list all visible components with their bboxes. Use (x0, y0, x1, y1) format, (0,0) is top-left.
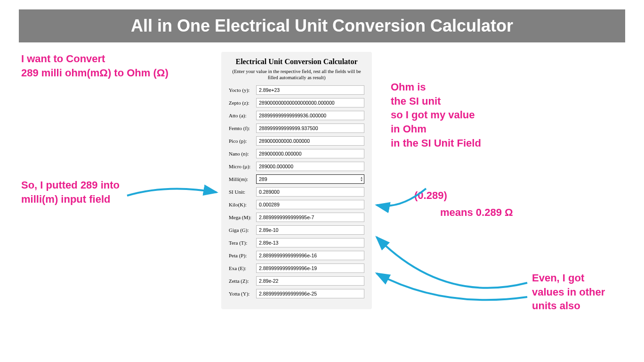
field-peta: Peta (P): (229, 251, 364, 260)
annotation-line: values in other (532, 286, 605, 298)
tera-input[interactable] (256, 238, 364, 247)
field-label: SI Unit: (229, 189, 256, 195)
milli-input[interactable] (256, 174, 364, 184)
field-yotta: Yotta (Y): (229, 289, 364, 298)
field-label: Zetta (Z): (229, 278, 256, 284)
annotation-line: units also (532, 300, 580, 312)
mega-input[interactable] (256, 213, 364, 222)
field-si-unit: SI Unit: (229, 187, 364, 197)
calculator-subtitle: (Enter your value in the respective fiel… (229, 69, 364, 81)
exa-input[interactable] (256, 263, 364, 273)
annotation-line: Even, I got (532, 272, 584, 284)
yocto-input[interactable] (256, 85, 364, 95)
arrow-from-si-unit (372, 160, 433, 212)
annotation-line: So, I putted 289 into (21, 179, 120, 191)
field-pico: Pico (p): (229, 136, 364, 146)
yotta-input[interactable] (256, 289, 364, 298)
si-unit-input[interactable] (256, 187, 364, 197)
calculator-panel: Electrical Unit Conversion Calculator (E… (221, 52, 372, 309)
femto-input[interactable] (256, 123, 364, 133)
field-atto: Atto (a): (229, 111, 364, 120)
field-exa: Exa (E): (229, 263, 364, 273)
annotation-other-units: Even, I got values in other units also (532, 271, 605, 313)
annotation-si-explanation: Ohm is the SI unit so I got my value in … (391, 80, 481, 150)
field-label: Exa (E): (229, 265, 256, 271)
pico-input[interactable] (256, 136, 364, 146)
annotation-input-action: So, I putted 289 into milli(m) input fie… (21, 178, 120, 206)
zepto-input[interactable] (256, 98, 364, 107)
field-label: Milli(m): (229, 176, 256, 182)
annotation-line: means 0.289 Ω (440, 206, 513, 218)
field-label: Kilo(K): (229, 202, 256, 207)
kilo-input[interactable] (256, 200, 364, 209)
field-milli: Milli(m): ▴▾ (229, 174, 364, 184)
field-label: Nano (n): (229, 151, 256, 156)
annotation-line: in the SI Unit Field (391, 137, 481, 149)
field-nano: Nano (n): (229, 149, 364, 158)
field-label: Femto (f): (229, 125, 256, 131)
field-label: Giga (G): (229, 227, 256, 233)
field-femto: Femto (f): (229, 123, 364, 133)
field-label: Yocto (y): (229, 87, 256, 93)
page-title-bar: All in One Electrical Unit Conversion Ca… (19, 9, 625, 42)
calculator-title: Electrical Unit Conversion Calculator (229, 58, 364, 66)
field-label: Pico (p): (229, 138, 256, 144)
micro-input[interactable] (256, 162, 364, 171)
field-label: Zepto (z): (229, 100, 256, 106)
giga-input[interactable] (256, 225, 364, 235)
field-zetta: Zetta (Z): (229, 276, 364, 286)
annotation-line: Ohm is (391, 81, 426, 93)
arrow-to-milli-input (125, 179, 224, 207)
field-giga: Giga (G): (229, 225, 364, 235)
annotation-line: milli(m) input field (21, 193, 110, 205)
field-label: Peta (P): (229, 253, 256, 258)
page-title: All in One Electrical Unit Conversion Ca… (131, 16, 513, 35)
annotation-line: 289 milli ohm(mΩ) to Ohm (Ω) (21, 67, 169, 79)
annotation-line: the SI unit (391, 95, 441, 107)
annotation-line: I want to Convert (21, 53, 105, 65)
field-label: Micro (µ): (229, 164, 256, 169)
annotation-line: so I got my value (391, 109, 475, 121)
atto-input[interactable] (256, 111, 364, 120)
field-label: Atto (a): (229, 113, 256, 118)
zetta-input[interactable] (256, 276, 364, 286)
arrow-to-peta (372, 262, 532, 318)
peta-input[interactable] (256, 251, 364, 260)
field-label: Yotta (Y): (229, 291, 256, 296)
annotation-line: in Ohm (391, 123, 427, 135)
annotation-result-means: means 0.289 Ω (440, 206, 513, 220)
field-label: Tera (T): (229, 240, 256, 246)
field-label: Mega (M): (229, 214, 256, 220)
field-kilo: Kilo(K): (229, 200, 364, 209)
field-tera: Tera (T): (229, 238, 364, 247)
field-yocto: Yocto (y): (229, 85, 364, 95)
nano-input[interactable] (256, 149, 364, 158)
field-mega: Mega (M): (229, 213, 364, 222)
field-zepto: Zepto (z): (229, 98, 364, 107)
annotation-convert-intent: I want to Convert 289 milli ohm(mΩ) to O… (21, 52, 169, 80)
field-micro: Micro (µ): (229, 162, 364, 171)
